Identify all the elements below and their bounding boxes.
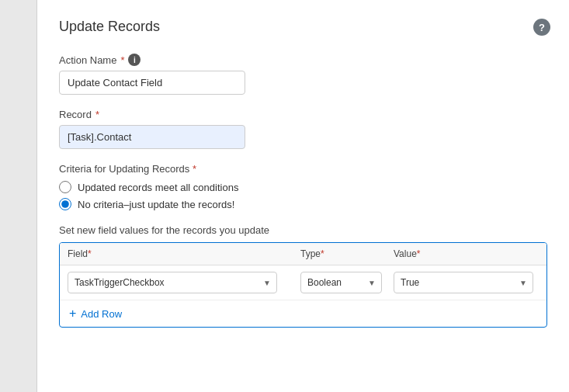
table-header: Field* Type* Value*: [60, 243, 546, 265]
field-values-section: Set new field values for the records you…: [59, 224, 547, 328]
criteria-required: *: [193, 163, 196, 175]
field-values-table: Field* Type* Value* TaskTriggerCheckbox: [59, 242, 547, 328]
field-select[interactable]: TaskTriggerCheckbox: [68, 272, 277, 293]
field-values-label: Set new field values for the records you…: [59, 224, 547, 236]
table-row: TaskTriggerCheckbox ▼ Boolean String Num…: [60, 265, 546, 300]
record-input[interactable]: [59, 125, 245, 149]
action-name-input[interactable]: [59, 71, 245, 95]
value-select[interactable]: True False: [394, 272, 533, 293]
record-label: Record *: [59, 109, 547, 120]
plus-icon: +: [69, 307, 76, 320]
header-field: Field*: [68, 248, 300, 259]
criteria-radio-none[interactable]: No criteria–just update the records!: [59, 198, 547, 210]
sidebar: [0, 0, 37, 392]
criteria-section: Criteria for Updating Records * Updated …: [59, 163, 547, 210]
field-select-wrapper: TaskTriggerCheckbox ▼: [68, 272, 277, 293]
criteria-radio-all[interactable]: Updated records meet all conditions: [59, 181, 547, 193]
action-name-required: *: [120, 54, 124, 66]
help-icon[interactable]: ?: [533, 19, 550, 36]
main-content: ? Update Records Action Name * i Record …: [37, 0, 569, 392]
header-value: Value*: [394, 248, 547, 259]
value-cell: True False ▼: [394, 272, 547, 293]
type-select[interactable]: Boolean String Number: [300, 272, 382, 293]
value-select-wrapper: True False ▼: [394, 272, 533, 293]
action-name-group: Action Name * i: [59, 54, 547, 95]
record-required: *: [95, 109, 99, 120]
criteria-radio-none-label: No criteria–just update the records!: [78, 199, 234, 210]
header-type: Type*: [300, 248, 394, 259]
criteria-radio-all-label: Updated records meet all conditions: [78, 182, 238, 193]
add-row-button[interactable]: + Add Row: [60, 300, 546, 327]
type-cell: Boolean String Number ▼: [300, 272, 394, 293]
criteria-radio-none-input[interactable]: [59, 198, 71, 210]
action-name-label: Action Name * i: [59, 54, 547, 66]
action-name-info-icon[interactable]: i: [128, 54, 141, 66]
add-row-label: Add Row: [81, 308, 122, 320]
criteria-radio-all-input[interactable]: [59, 181, 71, 193]
criteria-label: Criteria for Updating Records *: [59, 163, 547, 175]
type-select-wrapper: Boolean String Number ▼: [300, 272, 382, 293]
criteria-radio-group: Updated records meet all conditions No c…: [59, 181, 547, 210]
field-cell: TaskTriggerCheckbox ▼: [68, 272, 300, 293]
page-title: Update Records: [59, 19, 547, 35]
record-group: Record *: [59, 109, 547, 149]
